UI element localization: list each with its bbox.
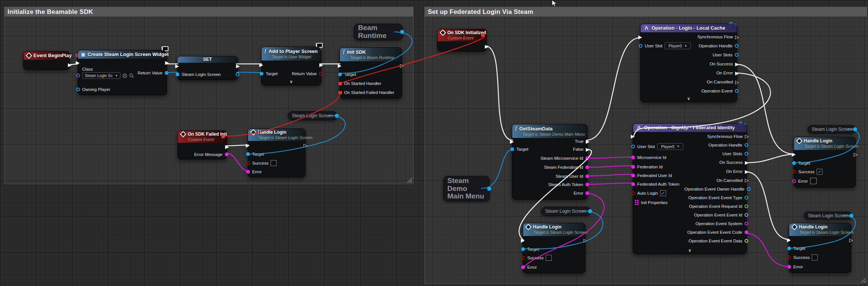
user-slot-pin[interactable]	[631, 145, 635, 148]
error-message-pin[interactable]	[225, 153, 229, 156]
variable-output-pin[interactable]	[335, 114, 339, 118]
node-create-steam-login-screen-widget[interactable]: ▣ Create Steam Login Screen Widget ▶ ▶ C…	[78, 50, 167, 95]
browse-asset-icon[interactable]	[129, 73, 134, 78]
variable-steam-login-screen[interactable]: Steam Login Screen	[541, 207, 591, 216]
exec-out-pin[interactable]: ▶	[485, 44, 489, 49]
exec-in-pin[interactable]: ▶	[787, 238, 791, 242]
variable-output-pin[interactable]	[487, 187, 491, 191]
exec-out-pin[interactable]: ▶	[225, 144, 229, 149]
exec-in-pin[interactable]: ▶	[792, 152, 796, 157]
delegate-pin[interactable]	[481, 33, 484, 37]
operation-event-owner-handle-pin[interactable]	[747, 187, 751, 191]
node-init-sdk[interactable]: f Init SDK Target is Beam Runtime ▶ ▷ Ta…	[340, 47, 402, 98]
operation-event-event-code-pin[interactable]	[745, 230, 748, 234]
user-slot-pin[interactable]	[639, 44, 642, 48]
synchronous-flow-pin[interactable]: ▷	[735, 35, 739, 39]
use-asset-icon[interactable]	[122, 73, 127, 78]
target-pin[interactable]	[787, 247, 791, 250]
success-pin[interactable]	[787, 256, 791, 259]
user-slot-dropdown[interactable]: Player0 ▼	[665, 42, 691, 49]
variable-beam-runtime[interactable]: Beam Runtime	[354, 24, 403, 40]
variable-steam-login-screen[interactable]: Steam Login Screen	[808, 125, 856, 133]
exec-in-pin[interactable]: ▶	[521, 238, 525, 243]
exec-in-pin[interactable]: ▶	[338, 63, 341, 68]
exec-out-pin[interactable]: ▶	[165, 60, 169, 65]
exec-in-pin[interactable]: ▶	[246, 143, 250, 148]
user-slots-pin[interactable]	[735, 53, 739, 57]
steam-user-id-pin[interactable]	[585, 174, 589, 178]
user-slot-dropdown[interactable]: Player0 ▼	[657, 143, 683, 150]
federation-id-pin[interactable]	[631, 165, 635, 169]
microservice-id-pin[interactable]	[631, 156, 635, 159]
class-pin[interactable]	[76, 74, 80, 77]
target-pin[interactable]	[338, 73, 342, 76]
operation-event-pin[interactable]	[735, 89, 739, 93]
target-pin[interactable]	[792, 161, 796, 165]
exec-in-pin[interactable]: ▶	[76, 60, 80, 65]
blueprint-graph-canvas[interactable]: Initialize the Beamable SDK Set up Feder…	[0, 0, 868, 286]
target-pin[interactable]	[510, 147, 514, 151]
success-pin[interactable]	[792, 170, 796, 174]
success-checkbox[interactable]	[812, 254, 818, 260]
return-value-pin[interactable]	[165, 71, 168, 75]
variable-output-pin[interactable]	[853, 127, 857, 132]
output-value-pin[interactable]	[236, 73, 239, 76]
steam-microservice-id-pin[interactable]	[585, 156, 589, 160]
true-exec-pin[interactable]: ▶	[586, 139, 590, 144]
exec-out-pin[interactable]: ▶	[319, 62, 323, 67]
exec-out-pin[interactable]: ▷	[584, 238, 587, 243]
exec-out-pin[interactable]: ▷	[854, 152, 857, 157]
variable-output-pin[interactable]	[849, 213, 853, 218]
steam-federation-id-pin[interactable]	[585, 165, 589, 169]
node-operation-login-local-cache[interactable]: ⚙⚙ Λ Operation - Login - Local Cache ▶ S…	[640, 24, 737, 102]
target-pin[interactable]	[260, 72, 263, 76]
variable-steam-demo-main-menu[interactable]: Steam Demo Main Menu	[443, 176, 490, 201]
steam-login-screen-input-pin[interactable]	[176, 73, 179, 76]
on-cancelled-pin[interactable]: ▷	[735, 80, 739, 85]
delegate-pin[interactable]	[221, 135, 225, 138]
error-pin[interactable]	[521, 265, 525, 269]
on-error-pin[interactable]: ▶	[735, 71, 739, 76]
auto-login-checkbox[interactable]: ✓	[660, 190, 666, 196]
operation-event-system-pin[interactable]	[745, 222, 748, 225]
variable-output-pin[interactable]	[588, 209, 592, 213]
operation-handle-pin[interactable]	[745, 143, 748, 147]
exec-in-pin[interactable]: ▶	[259, 62, 263, 67]
variable-steam-login-screen[interactable]: Steam Login Screen	[288, 111, 337, 120]
variable-output-pin[interactable]	[400, 30, 404, 34]
exec-in-pin[interactable]: ▶	[631, 134, 635, 139]
target-pin[interactable]	[521, 247, 525, 251]
comment-header[interactable]: Initialize the Beamable SDK	[5, 7, 413, 17]
class-dropdown[interactable]: Steam Login Sc ▼	[82, 72, 120, 79]
on-started-handler-pin[interactable]	[338, 82, 342, 85]
on-error-pin[interactable]: ▶	[745, 169, 749, 174]
node-handle-login-1[interactable]: Handle Login Target is Steam Login Scree…	[248, 129, 305, 177]
operation-handle-pin[interactable]	[735, 44, 739, 48]
node-handle-login-4[interactable]: Handle Login Target is Steam Login Scree…	[789, 223, 851, 273]
success-checkbox[interactable]	[271, 160, 277, 166]
return-value-pin[interactable]	[319, 72, 323, 76]
owning-player-pin[interactable]	[76, 88, 80, 91]
auto-login-pin[interactable]	[631, 191, 635, 195]
exec-in-pin[interactable]: ▶	[638, 35, 642, 39]
node-add-to-player-screen[interactable]: f Add to Player Screen Target is User Wi…	[261, 47, 321, 85]
federated-user-id-pin[interactable]	[631, 174, 635, 177]
expand-advanced-pins[interactable]: ∨	[641, 95, 737, 102]
success-checkbox[interactable]: ✓	[817, 169, 823, 175]
on-cancelled-pin[interactable]: ▷	[745, 178, 749, 183]
federated-auth-token-pin[interactable]	[631, 182, 635, 186]
node-set-steam-login-screen[interactable]: SET ▶ ▶ Steam Login Screen	[177, 56, 238, 80]
node-handle-login-3[interactable]: Handle Login Target is Steam Login Scree…	[794, 137, 856, 188]
error-text-field[interactable]	[810, 178, 817, 184]
on-started-failed-handler-pin[interactable]	[338, 91, 342, 94]
error-pin[interactable]	[787, 265, 791, 269]
steam-auth-token-pin[interactable]	[585, 183, 589, 186]
node-on-sdk-initialized[interactable]: On SDK Initialized Custom Event ▶	[437, 29, 487, 51]
error-pin[interactable]	[792, 179, 796, 183]
node-operation-signup-federated-identity[interactable]: ⚙⚙ Λ Operation - SignUp - Federated Iden…	[633, 123, 747, 254]
exec-out-pin[interactable]: ▷	[400, 63, 404, 68]
exec-out-pin[interactable]: ▶	[68, 62, 72, 67]
exec-out-pin[interactable]: ▷	[304, 143, 307, 148]
operation-event-event-id-pin[interactable]	[745, 213, 748, 217]
error-pin[interactable]	[585, 191, 589, 195]
